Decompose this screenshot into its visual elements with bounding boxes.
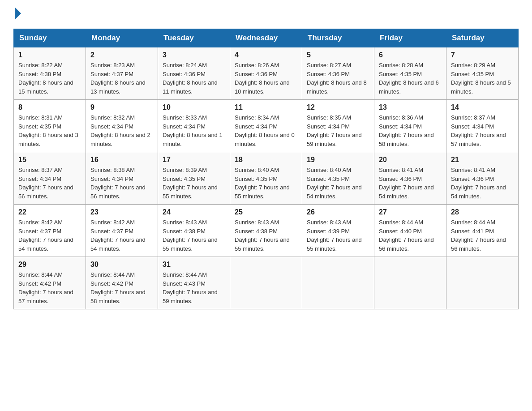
calendar-week-row: 29Sunrise: 8:44 AMSunset: 4:42 PMDayligh… bbox=[14, 257, 519, 309]
calendar-cell bbox=[374, 257, 446, 309]
day-number: 30 bbox=[90, 261, 153, 269]
day-number: 4 bbox=[235, 51, 297, 59]
calendar-week-row: 15Sunrise: 8:37 AMSunset: 4:34 PMDayligh… bbox=[14, 152, 519, 205]
logo-arrow-icon bbox=[15, 7, 21, 20]
page-header bbox=[13, 9, 519, 20]
calendar-cell: 6Sunrise: 8:28 AMSunset: 4:35 PMDaylight… bbox=[374, 47, 446, 100]
day-info: Sunrise: 8:23 AMSunset: 4:37 PMDaylight:… bbox=[90, 61, 153, 96]
day-info: Sunrise: 8:22 AMSunset: 4:38 PMDaylight:… bbox=[18, 61, 81, 96]
day-info: Sunrise: 8:42 AMSunset: 4:37 PMDaylight:… bbox=[18, 218, 81, 253]
day-info: Sunrise: 8:35 AMSunset: 4:34 PMDaylight:… bbox=[307, 113, 369, 148]
calendar-cell: 2Sunrise: 8:23 AMSunset: 4:37 PMDaylight… bbox=[86, 47, 158, 100]
day-info: Sunrise: 8:36 AMSunset: 4:34 PMDaylight:… bbox=[379, 113, 442, 148]
day-number: 2 bbox=[90, 51, 153, 59]
calendar-cell: 22Sunrise: 8:42 AMSunset: 4:37 PMDayligh… bbox=[14, 205, 86, 257]
day-info: Sunrise: 8:37 AMSunset: 4:34 PMDaylight:… bbox=[451, 113, 514, 148]
calendar-week-row: 8Sunrise: 8:31 AMSunset: 4:35 PMDaylight… bbox=[14, 100, 519, 152]
calendar-cell: 8Sunrise: 8:31 AMSunset: 4:35 PMDaylight… bbox=[14, 100, 86, 152]
day-info: Sunrise: 8:41 AMSunset: 4:36 PMDaylight:… bbox=[451, 166, 514, 201]
calendar-header-tuesday: Tuesday bbox=[158, 29, 230, 47]
day-info: Sunrise: 8:27 AMSunset: 4:36 PMDaylight:… bbox=[307, 61, 369, 96]
calendar-week-row: 22Sunrise: 8:42 AMSunset: 4:37 PMDayligh… bbox=[14, 205, 519, 257]
day-info: Sunrise: 8:44 AMSunset: 4:41 PMDaylight:… bbox=[451, 218, 514, 253]
calendar-header-wednesday: Wednesday bbox=[230, 29, 302, 47]
day-info: Sunrise: 8:28 AMSunset: 4:35 PMDaylight:… bbox=[379, 61, 442, 96]
day-info: Sunrise: 8:41 AMSunset: 4:36 PMDaylight:… bbox=[379, 166, 442, 201]
calendar-cell: 21Sunrise: 8:41 AMSunset: 4:36 PMDayligh… bbox=[446, 152, 519, 205]
calendar-cell: 30Sunrise: 8:44 AMSunset: 4:42 PMDayligh… bbox=[86, 257, 158, 309]
calendar-header-sunday: Sunday bbox=[14, 29, 86, 47]
calendar-cell: 1Sunrise: 8:22 AMSunset: 4:38 PMDaylight… bbox=[14, 47, 86, 100]
day-number: 19 bbox=[307, 156, 369, 164]
day-number: 23 bbox=[90, 208, 153, 216]
calendar-cell: 28Sunrise: 8:44 AMSunset: 4:41 PMDayligh… bbox=[446, 205, 519, 257]
day-number: 17 bbox=[163, 156, 225, 164]
day-info: Sunrise: 8:31 AMSunset: 4:35 PMDaylight:… bbox=[18, 113, 81, 148]
calendar-cell: 16Sunrise: 8:38 AMSunset: 4:34 PMDayligh… bbox=[86, 152, 158, 205]
calendar-cell bbox=[230, 257, 302, 309]
day-info: Sunrise: 8:44 AMSunset: 4:42 PMDaylight:… bbox=[90, 270, 153, 305]
calendar-week-row: 1Sunrise: 8:22 AMSunset: 4:38 PMDaylight… bbox=[14, 47, 519, 100]
day-info: Sunrise: 8:42 AMSunset: 4:37 PMDaylight:… bbox=[90, 218, 153, 253]
calendar-cell: 17Sunrise: 8:39 AMSunset: 4:35 PMDayligh… bbox=[158, 152, 230, 205]
day-info: Sunrise: 8:37 AMSunset: 4:34 PMDaylight:… bbox=[18, 166, 81, 201]
day-number: 18 bbox=[235, 156, 297, 164]
calendar-cell: 29Sunrise: 8:44 AMSunset: 4:42 PMDayligh… bbox=[14, 257, 86, 309]
calendar-header-row: SundayMondayTuesdayWednesdayThursdayFrid… bbox=[14, 29, 519, 47]
calendar-cell: 18Sunrise: 8:40 AMSunset: 4:35 PMDayligh… bbox=[230, 152, 302, 205]
day-number: 20 bbox=[379, 156, 442, 164]
day-number: 14 bbox=[451, 103, 514, 111]
calendar-cell: 31Sunrise: 8:44 AMSunset: 4:43 PMDayligh… bbox=[158, 257, 230, 309]
day-number: 26 bbox=[307, 208, 369, 216]
day-number: 1 bbox=[18, 51, 81, 59]
calendar-cell: 13Sunrise: 8:36 AMSunset: 4:34 PMDayligh… bbox=[374, 100, 446, 152]
day-number: 3 bbox=[163, 51, 225, 59]
day-info: Sunrise: 8:40 AMSunset: 4:35 PMDaylight:… bbox=[235, 166, 297, 201]
logo bbox=[13, 9, 21, 20]
calendar-cell: 20Sunrise: 8:41 AMSunset: 4:36 PMDayligh… bbox=[374, 152, 446, 205]
calendar-cell: 24Sunrise: 8:43 AMSunset: 4:38 PMDayligh… bbox=[158, 205, 230, 257]
day-number: 6 bbox=[379, 51, 442, 59]
day-number: 29 bbox=[18, 261, 81, 269]
calendar-header-friday: Friday bbox=[374, 29, 446, 47]
day-number: 22 bbox=[18, 208, 81, 216]
calendar-cell: 7Sunrise: 8:29 AMSunset: 4:35 PMDaylight… bbox=[446, 47, 519, 100]
day-number: 27 bbox=[379, 208, 442, 216]
day-info: Sunrise: 8:44 AMSunset: 4:40 PMDaylight:… bbox=[379, 218, 442, 253]
calendar-header-thursday: Thursday bbox=[302, 29, 374, 47]
calendar-cell: 4Sunrise: 8:26 AMSunset: 4:36 PMDaylight… bbox=[230, 47, 302, 100]
day-info: Sunrise: 8:43 AMSunset: 4:38 PMDaylight:… bbox=[163, 218, 225, 253]
calendar-cell bbox=[446, 257, 519, 309]
day-number: 25 bbox=[235, 208, 297, 216]
calendar-cell: 19Sunrise: 8:40 AMSunset: 4:35 PMDayligh… bbox=[302, 152, 374, 205]
calendar-header-monday: Monday bbox=[86, 29, 158, 47]
calendar-cell: 25Sunrise: 8:43 AMSunset: 4:38 PMDayligh… bbox=[230, 205, 302, 257]
day-number: 5 bbox=[307, 51, 369, 59]
day-info: Sunrise: 8:26 AMSunset: 4:36 PMDaylight:… bbox=[235, 61, 297, 96]
day-info: Sunrise: 8:40 AMSunset: 4:35 PMDaylight:… bbox=[307, 166, 369, 201]
day-info: Sunrise: 8:32 AMSunset: 4:34 PMDaylight:… bbox=[90, 113, 153, 148]
day-info: Sunrise: 8:43 AMSunset: 4:39 PMDaylight:… bbox=[307, 218, 369, 253]
calendar-cell: 9Sunrise: 8:32 AMSunset: 4:34 PMDaylight… bbox=[86, 100, 158, 152]
day-number: 11 bbox=[235, 103, 297, 111]
calendar-cell: 11Sunrise: 8:34 AMSunset: 4:34 PMDayligh… bbox=[230, 100, 302, 152]
day-number: 10 bbox=[163, 103, 225, 111]
day-number: 28 bbox=[451, 208, 514, 216]
calendar-header-saturday: Saturday bbox=[446, 29, 519, 47]
calendar-cell: 14Sunrise: 8:37 AMSunset: 4:34 PMDayligh… bbox=[446, 100, 519, 152]
day-number: 24 bbox=[163, 208, 225, 216]
calendar-cell: 26Sunrise: 8:43 AMSunset: 4:39 PMDayligh… bbox=[302, 205, 374, 257]
day-info: Sunrise: 8:39 AMSunset: 4:35 PMDaylight:… bbox=[163, 166, 225, 201]
day-number: 7 bbox=[451, 51, 514, 59]
day-number: 9 bbox=[90, 103, 153, 111]
day-number: 15 bbox=[18, 156, 81, 164]
day-number: 12 bbox=[307, 103, 369, 111]
calendar-table: SundayMondayTuesdayWednesdayThursdayFrid… bbox=[13, 29, 519, 309]
calendar-cell: 23Sunrise: 8:42 AMSunset: 4:37 PMDayligh… bbox=[86, 205, 158, 257]
calendar-cell: 5Sunrise: 8:27 AMSunset: 4:36 PMDaylight… bbox=[302, 47, 374, 100]
calendar-cell: 27Sunrise: 8:44 AMSunset: 4:40 PMDayligh… bbox=[374, 205, 446, 257]
day-info: Sunrise: 8:44 AMSunset: 4:42 PMDaylight:… bbox=[18, 270, 81, 305]
calendar-cell: 10Sunrise: 8:33 AMSunset: 4:34 PMDayligh… bbox=[158, 100, 230, 152]
day-info: Sunrise: 8:44 AMSunset: 4:43 PMDaylight:… bbox=[163, 270, 225, 305]
day-number: 16 bbox=[90, 156, 153, 164]
